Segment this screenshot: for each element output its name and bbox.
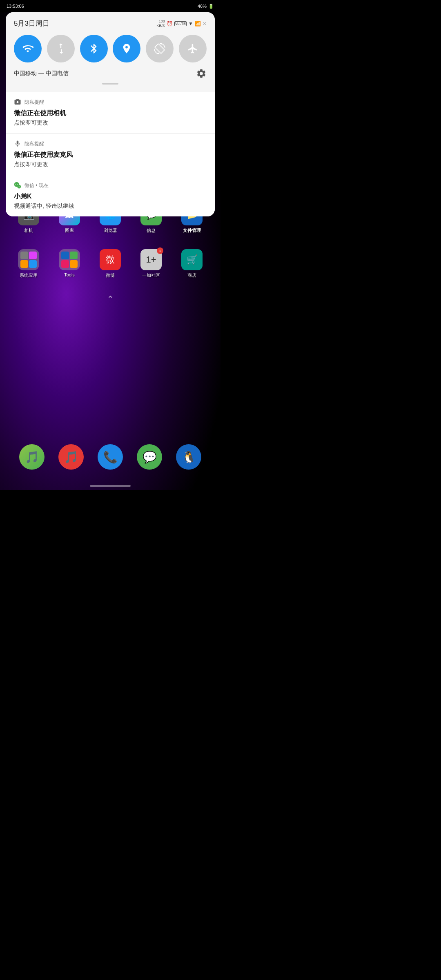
qs-toggles [14,35,207,62]
wifi-signal-icon: ▼ [188,21,193,27]
bluetooth-toggle[interactable] [80,35,108,62]
app-weibo[interactable]: 微 微博 [100,249,121,278]
alarm-icon: ⏰ [167,21,173,27]
wechat-app-name: 微信 • 现在 [24,182,49,189]
camera-privacy-notification[interactable]: 隐私提醒 微信正在使用相机 点按即可更改 [6,92,215,134]
dock-netease[interactable]: 🎵 [58,444,84,470]
app-oneplus[interactable]: 1+ 1 一加社区 [140,249,162,278]
wechat-call-notification[interactable]: 微信 • 现在 小弟K 视频通话中, 轻击以继续 [6,175,215,216]
qs-date: 5月3日周日 [14,19,49,28]
status-bar: 13:53:06 46% 🔋 [0,0,220,12]
data-toggle[interactable] [47,35,75,62]
svg-point-1 [17,185,21,189]
app-tools[interactable]: Tools [59,249,80,278]
status-time: 13:53:06 [7,4,24,9]
status-right: 46% 🔋 [198,4,214,9]
battery-icon: 🔋 [208,4,214,9]
quick-settings: 5月3日周日 108KB/S ⏰ VoLTE ▼ 📶 ✕ [6,12,215,89]
mic-privacy-label: 隐私提醒 [24,140,44,147]
system-label: 系统应用 [20,272,38,278]
qs-header: 5月3日周日 108KB/S ⏰ VoLTE ▼ 📶 ✕ [14,19,207,28]
store-app-icon: 🛒 [181,249,203,270]
notif-header-mic: 隐私提醒 [14,140,207,147]
mic-privacy-body: 点按即可更改 [14,161,207,168]
middle-app-row: 系统应用 Tools 微 微博 1+ 1 一加社区 🛒 商店 [0,245,220,283]
network-speed: 108KB/S [156,19,165,28]
airplane-toggle[interactable] [179,35,207,62]
weibo-label: 微博 [106,272,115,278]
mic-privacy-notification[interactable]: 隐私提醒 微信正在使用麦克风 点按即可更改 [6,134,215,175]
signal2-icon: ✕ [203,21,207,27]
store-label: 商店 [187,272,196,278]
mic-notif-icon [14,140,21,147]
wechat-call-body: 视频通话中, 轻击以继续 [14,203,207,210]
weibo-app-icon: 微 [100,249,121,270]
drag-handle [102,83,118,85]
mic-privacy-title: 微信正在使用麦克风 [14,151,207,159]
location-toggle[interactable] [113,35,140,62]
rotate-toggle[interactable] [146,35,174,62]
messages-label: 信息 [147,227,156,234]
app-system[interactable]: 系统应用 [18,249,39,278]
dock-wechat[interactable]: 💬 [137,444,162,470]
app-store[interactable]: 🛒 商店 [181,249,203,278]
dock-qq[interactable]: 🐧 [176,444,201,470]
dock-music[interactable]: 🎵 [19,444,45,470]
camera-privacy-body: 点按即可更改 [14,119,207,127]
notif-header-wechat: 微信 • 现在 [14,182,207,189]
wifi-toggle[interactable] [14,35,42,62]
notif-header-camera: 隐私提醒 [14,98,207,106]
tools-label: Tools [64,272,75,277]
up-arrow[interactable]: ⌃ [0,294,220,304]
oneplus-label: 一加社区 [142,272,160,278]
bottom-dock: 🎵 🎵 📞 💬 🐧 [0,444,220,470]
oneplus-icon-wrapper: 1+ 1 [140,249,162,270]
home-indicator[interactable] [90,485,131,487]
camera-privacy-title: 微信正在使用相机 [14,109,207,118]
volte-icon: VoLTE [174,21,187,26]
camera-label: 相机 [24,227,33,234]
qs-status-icons: 108KB/S ⏰ VoLTE ▼ 📶 ✕ [156,19,207,28]
dock-row-middle: 系统应用 Tools 微 微博 1+ 1 一加社区 🛒 商店 [0,245,220,283]
tools-folder-icon [59,249,80,270]
oneplus-badge: 1 [157,247,163,254]
wechat-call-title: 小弟K [14,192,207,201]
system-folder-icon [18,249,39,270]
filemanager-label: 文件管理 [183,227,201,234]
camera-privacy-label: 隐私提醒 [24,99,44,106]
browser-label: 浏览器 [104,227,117,234]
battery-text: 46% [198,4,207,9]
notification-cards: 隐私提醒 微信正在使用相机 点按即可更改 隐私提醒 微信正在使用麦克风 点按即可… [6,92,215,216]
carrier-text: 中国移动 — 中国电信 [14,70,69,77]
camera-notif-icon [14,98,21,106]
wechat-notif-icon [14,182,21,189]
qs-footer: 中国移动 — 中国电信 [14,68,207,81]
notification-panel: 5月3日周日 108KB/S ⏰ VoLTE ▼ 📶 ✕ [6,12,215,216]
gallery-label: 图库 [65,227,74,234]
dock-phone[interactable]: 📞 [98,444,123,470]
settings-icon[interactable] [196,68,207,79]
signal-icon: 📶 [195,21,201,27]
